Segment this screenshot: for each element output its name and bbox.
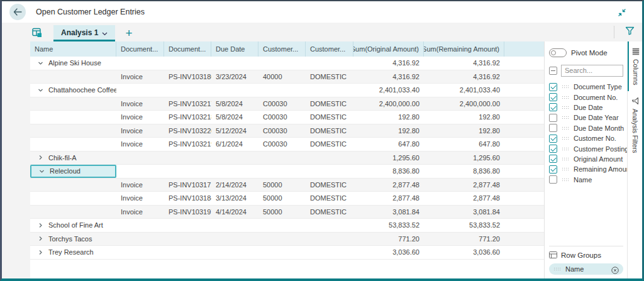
- cell-customer-posting-group[interactable]: DOMESTIC: [306, 124, 353, 138]
- cell-remaining-amount[interactable]: 53,833.52: [424, 219, 504, 232]
- cell-remaining-amount[interactable]: 4,316.92: [424, 70, 504, 84]
- selected-cell[interactable]: Relecloud: [30, 165, 116, 178]
- cell-remaining-amount[interactable]: 2,400,000.00: [424, 97, 504, 111]
- cell-document-type[interactable]: [116, 246, 164, 259]
- cell-original-amount[interactable]: 2,400,000.00: [353, 97, 424, 111]
- cell-customer-no[interactable]: [258, 57, 306, 70]
- cell-document-type[interactable]: [116, 233, 164, 246]
- field-checkbox[interactable]: [549, 175, 557, 184]
- table-row[interactable]: InvoicePS-INV1032175/8/2024C00030DOMESTI…: [30, 97, 544, 111]
- cell-original-amount[interactable]: 2,401,033.40: [353, 84, 424, 97]
- cell-remaining-amount[interactable]: 2,877.48: [424, 179, 504, 192]
- chevron-right-icon[interactable]: [38, 249, 44, 255]
- cell-original-amount[interactable]: 192.80: [353, 124, 424, 138]
- cell-customer-posting-group[interactable]: [306, 246, 353, 259]
- name-cell-inner[interactable]: School of Fine Art: [30, 219, 116, 232]
- field-item[interactable]: Customer Posting Group: [549, 143, 623, 153]
- cell-due-date[interactable]: [211, 165, 258, 178]
- cell-customer-no[interactable]: 50000: [258, 192, 306, 205]
- table-row[interactable]: InvoicePS-INV1032205/12/2024C00030DOMEST…: [30, 124, 544, 138]
- cell-document-no[interactable]: [164, 219, 211, 232]
- cell-remaining-amount[interactable]: 2,401,033.40: [424, 84, 504, 97]
- cell-customer-posting-group[interactable]: DOMESTIC: [306, 179, 353, 192]
- cell-document-no[interactable]: PS-INV103219: [164, 138, 211, 151]
- cell-document-type[interactable]: Invoice: [116, 206, 164, 219]
- field-item[interactable]: Document No.: [549, 92, 623, 102]
- table-row[interactable]: School of Fine Art53,833.5253,833.52: [30, 219, 544, 233]
- table-row[interactable]: Chik-fil-A1,295.601,295.60: [30, 152, 544, 165]
- table-row[interactable]: Chattahoochee Coffee Co...2,401,033.402,…: [30, 84, 544, 97]
- cell-original-amount[interactable]: 771.20: [353, 233, 424, 246]
- cell-document-no[interactable]: PS-INV103171: [164, 179, 211, 192]
- field-checkbox[interactable]: [549, 135, 557, 143]
- tab-columns[interactable]: Columns: [628, 41, 642, 91]
- cell-remaining-amount[interactable]: 192.80: [424, 111, 504, 124]
- row-group-chip[interactable]: Name: [549, 263, 623, 275]
- cell-original-amount[interactable]: 2,877.48: [353, 192, 424, 205]
- field-checkbox[interactable]: [549, 124, 557, 132]
- chevron-right-icon[interactable]: [38, 236, 44, 242]
- cell-customer-posting-group[interactable]: DOMESTIC: [306, 70, 353, 84]
- search-input[interactable]: [561, 65, 623, 77]
- collapse-icon[interactable]: [617, 8, 627, 18]
- cell-customer-posting-group[interactable]: [306, 57, 353, 70]
- chevron-down-icon[interactable]: [38, 87, 44, 93]
- cell-remaining-amount[interactable]: 1,295.60: [424, 152, 504, 165]
- field-checkbox[interactable]: [549, 155, 557, 163]
- drag-handle-icon[interactable]: [553, 267, 561, 271]
- drag-handle-icon[interactable]: [562, 167, 569, 171]
- cell-document-type[interactable]: Invoice: [116, 138, 164, 151]
- select-all-checkbox[interactable]: [549, 67, 557, 75]
- cell-remaining-amount[interactable]: 192.80: [424, 124, 504, 138]
- cell-document-no[interactable]: [164, 246, 211, 259]
- chevron-right-icon[interactable]: [38, 222, 44, 228]
- drag-handle-icon[interactable]: [562, 147, 569, 151]
- cell-due-date[interactable]: 4/14/2024: [211, 206, 258, 219]
- cell-remaining-amount[interactable]: 4,316.92: [424, 57, 504, 70]
- cell-original-amount[interactable]: 53,833.52: [353, 219, 424, 232]
- field-checkbox[interactable]: [549, 145, 557, 153]
- cell-original-amount[interactable]: 3,081.84: [353, 206, 424, 219]
- cell-due-date[interactable]: 3/23/2024: [211, 70, 258, 84]
- drag-handle-icon[interactable]: [562, 126, 569, 130]
- analysis-mode-icon[interactable]: [32, 28, 42, 38]
- cell-remaining-amount[interactable]: 771.20: [424, 233, 504, 246]
- cell-due-date[interactable]: 3/13/2024: [211, 192, 258, 205]
- cell-customer-posting-group[interactable]: DOMESTIC: [306, 111, 353, 124]
- cell-original-amount[interactable]: 1,295.60: [353, 152, 424, 165]
- name-cell-inner[interactable]: Torchys Tacos: [30, 233, 116, 246]
- column-header[interactable]: Customer...: [258, 41, 306, 57]
- cell-due-date[interactable]: [211, 246, 258, 259]
- cell-customer-posting-group[interactable]: [306, 165, 353, 178]
- cell-customer-no[interactable]: [258, 246, 306, 259]
- cell-due-date[interactable]: 5/8/2024: [211, 111, 258, 124]
- cell-customer-no[interactable]: C00030: [258, 124, 306, 138]
- cell-document-type[interactable]: [116, 152, 164, 165]
- cell-customer-no[interactable]: C00030: [258, 138, 306, 151]
- field-item[interactable]: Remaining Amount: [549, 164, 623, 174]
- cell-document-type[interactable]: [116, 84, 164, 97]
- table-row[interactable]: Relecloud8,836.808,836.80: [30, 165, 544, 179]
- cell-remaining-amount[interactable]: 3,036.60: [424, 246, 504, 259]
- cell-document-no[interactable]: PS-INV103197: [164, 206, 211, 219]
- cell-customer-posting-group[interactable]: [306, 152, 353, 165]
- cell-due-date[interactable]: [211, 57, 258, 70]
- cell-document-no[interactable]: PS-INV103217: [164, 97, 211, 111]
- cell-due-date[interactable]: 5/12/2024: [211, 124, 258, 138]
- cell-due-date[interactable]: 5/8/2024: [211, 97, 258, 111]
- cell-document-type[interactable]: Invoice: [116, 97, 164, 111]
- cell-due-date[interactable]: 2/14/2024: [211, 179, 258, 192]
- cell-customer-no[interactable]: 50000: [258, 206, 306, 219]
- cell-customer-no[interactable]: C00030: [258, 111, 306, 124]
- name-cell-inner[interactable]: Chattahoochee Coffee Co...: [30, 84, 116, 97]
- table-row[interactable]: InvoicePS-INV1031974/14/202450000DOMESTI…: [30, 206, 544, 219]
- cell-document-no[interactable]: PS-INV103180: [164, 70, 211, 84]
- filter-button[interactable]: [621, 25, 638, 40]
- cell-document-type[interactable]: Invoice: [116, 124, 164, 138]
- field-checkbox[interactable]: [549, 103, 557, 111]
- cell-document-no[interactable]: PS-INV103218: [164, 111, 211, 124]
- cell-remaining-amount[interactable]: 3,081.84: [424, 206, 504, 219]
- table-row[interactable]: Torchys Tacos771.20771.20: [30, 233, 544, 246]
- cell-due-date[interactable]: [211, 84, 258, 97]
- field-item[interactable]: Original Amount: [549, 154, 623, 164]
